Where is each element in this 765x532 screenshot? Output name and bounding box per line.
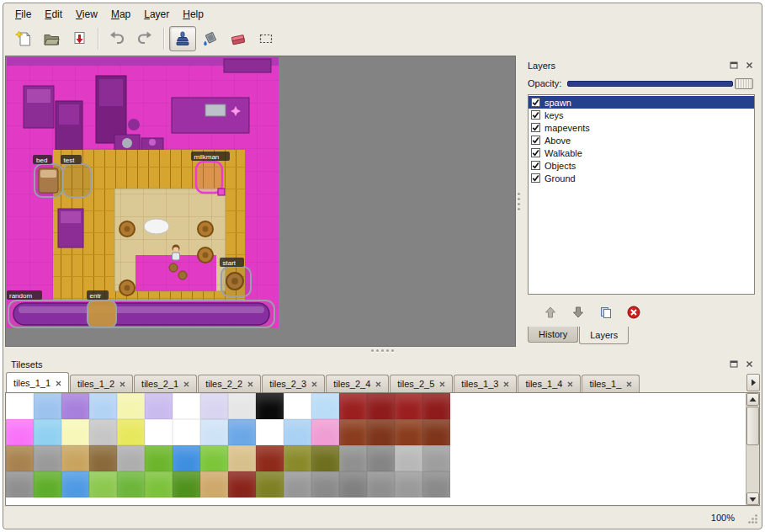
scroll-up-button[interactable] [746,393,759,406]
tileset-tab-tiles_2_2[interactable]: tiles_2_2 [198,375,261,392]
opacity-slider-handle[interactable] [735,78,753,89]
save-button[interactable] [66,26,93,51]
layers-float-button[interactable] [727,59,741,72]
layer-row-mapevents[interactable]: mapevents [529,121,754,134]
scroll-down-button[interactable] [746,492,759,505]
tileset-tab-tiles_1_4[interactable]: tiles_1_4 [518,375,581,392]
open-button[interactable] [38,26,65,51]
bottom-tab-layers[interactable]: Layers [579,327,629,344]
layer-visibility-checkbox[interactable] [531,148,540,157]
map-object-entr[interactable] [88,301,116,327]
tab-close-button[interactable] [56,378,61,388]
layer-row-keys[interactable]: keys [529,109,754,121]
horizontal-splitter[interactable] [3,347,762,354]
tile-2-11[interactable] [311,445,339,471]
tile-1-3[interactable] [89,419,117,445]
tile-1-7[interactable] [200,419,228,445]
tile-1-5[interactable] [145,419,173,445]
tilesets-close-button[interactable] [742,358,756,370]
layer-row-objects[interactable]: Objects [529,159,754,172]
tile-2-4[interactable] [117,445,145,471]
tile-2-9[interactable] [256,445,284,471]
tile-0-9[interactable] [256,393,284,419]
tile-0-4[interactable] [117,393,145,419]
tile-0-12[interactable] [339,393,367,419]
raise-layer-button[interactable] [540,302,560,322]
tileset-tab-tiles_1_3[interactable]: tiles_1_3 [454,375,517,392]
tile-2-15[interactable] [422,445,450,471]
menu-item-edit[interactable]: Edit [38,7,69,23]
resize-grip[interactable] [747,513,758,524]
tileset-tab-tiles_1_[interactable]: tiles_1_ [582,375,640,392]
layer-visibility-checkbox[interactable] [531,98,540,107]
tilesets-float-button[interactable] [727,358,741,370]
tile-0-1[interactable] [34,393,61,419]
tile-0-11[interactable] [311,393,339,419]
tile-3-4[interactable] [117,471,145,497]
tab-close-button[interactable] [311,379,317,389]
tab-close-button[interactable] [567,379,573,389]
tile-2-2[interactable] [61,445,89,471]
tile-2-12[interactable] [339,445,367,471]
tab-close-button[interactable] [120,379,125,389]
layer-row-spawn[interactable]: spawn [529,96,754,109]
undo-button[interactable] [104,26,130,51]
tile-0-3[interactable] [89,393,117,419]
tile-2-0[interactable] [6,445,34,471]
map-object-test[interactable] [63,164,91,197]
tile-2-5[interactable] [145,445,173,471]
tab-close-button[interactable] [503,379,509,389]
redo-button[interactable] [131,26,158,51]
tile-2-1[interactable] [34,445,61,471]
tile-0-13[interactable] [367,393,395,419]
tile-1-11[interactable] [311,419,339,445]
eraser-button[interactable] [225,26,252,51]
stamp-brush-button[interactable] [169,26,196,51]
vertical-splitter[interactable] [516,56,522,347]
tile-1-2[interactable] [61,419,89,445]
layer-visibility-checkbox[interactable] [531,136,540,145]
tile-0-2[interactable] [61,393,89,419]
layer-visibility-checkbox[interactable] [531,161,540,170]
tileset-tab-tiles_2_4[interactable]: tiles_2_4 [326,375,389,392]
new-button[interactable] [10,26,37,51]
tileset-tab-tiles_1_1[interactable]: tiles_1_1 [6,372,69,392]
tile-1-4[interactable] [117,419,145,445]
tile-0-10[interactable] [284,393,311,419]
tile-0-6[interactable] [173,393,200,419]
layer-visibility-checkbox[interactable] [531,123,540,132]
tile-2-3[interactable] [89,445,117,471]
tile-3-1[interactable] [34,471,61,497]
bottom-tab-history[interactable]: History [528,327,578,343]
tile-1-0[interactable] [6,419,34,445]
tile-3-3[interactable] [89,471,117,497]
tile-3-13[interactable] [367,471,395,497]
tile-3-15[interactable] [422,471,450,497]
tile-2-8[interactable] [228,445,256,471]
tile-3-7[interactable] [200,471,228,497]
tile-3-10[interactable] [284,471,311,497]
scrollbar-thumb[interactable] [746,407,759,445]
menu-item-help[interactable]: Help [176,7,210,23]
tile-2-7[interactable] [200,445,228,471]
tileset-tab-tiles_1_2[interactable]: tiles_1_2 [70,375,133,392]
tile-0-7[interactable] [200,393,228,419]
tile-2-6[interactable] [173,445,200,471]
tab-close-button[interactable] [183,379,189,389]
tileset-tab-tiles_2_5[interactable]: tiles_2_5 [390,375,453,392]
tile-1-9[interactable] [256,419,284,445]
tab-close-button[interactable] [247,379,253,389]
tile-3-12[interactable] [339,471,367,497]
tile-3-11[interactable] [311,471,339,497]
tile-3-5[interactable] [145,471,173,497]
tile-1-1[interactable] [34,419,61,445]
layer-row-ground[interactable]: Ground [529,172,754,184]
delete-layer-button[interactable] [624,302,644,322]
tileset-tab-tiles_2_3[interactable]: tiles_2_3 [262,375,325,392]
tile-0-15[interactable] [422,393,450,419]
duplicate-layer-button[interactable] [596,302,616,322]
map-object-start[interactable] [221,267,251,296]
tile-1-12[interactable] [339,419,367,445]
map-view[interactable]: bed test milkman start [5,56,516,347]
tile-3-2[interactable] [61,471,89,497]
